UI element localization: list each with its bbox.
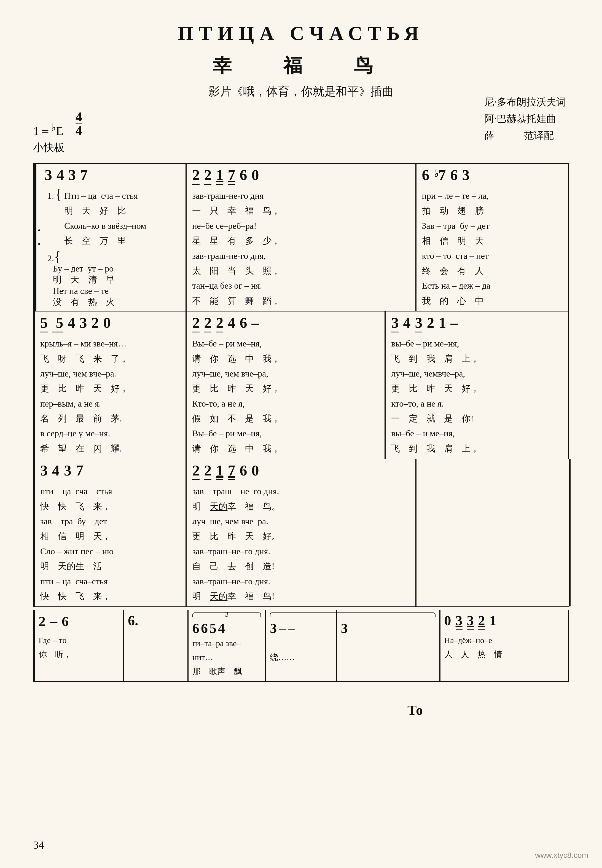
measure-4: 5 5 4 3 2 0 крыль–я – ми зве–ня… 飞 呀 飞 来… xyxy=(33,312,186,459)
n-0c: 0 xyxy=(251,462,259,479)
title-russian: ПТИЦА СЧАСТЬЯ xyxy=(33,22,569,45)
author-line3: 薛 范译配 xyxy=(484,128,566,144)
key-text: 1＝♭E xyxy=(33,124,63,138)
measure-bot-2: 6. xyxy=(123,610,188,681)
score-section-1: 3 4 3 7 1. { Пти – ца сча – стья 明 天 好 比… xyxy=(33,163,569,682)
measure-bot-6: 0 3 3 2 1 На–дёж–но–е 人 人 热 情 xyxy=(440,610,569,681)
n-dash-b: – xyxy=(450,314,458,331)
author-line1: 尼·多布朗拉沃夫词 xyxy=(484,94,566,111)
note-4: 4 xyxy=(57,166,64,184)
notes-m7: 3 4 3 7 xyxy=(40,462,180,482)
lyrics-m7: пти – ца сча – стья 快 快 飞 来， зав – тра б… xyxy=(40,484,180,604)
notes-m1: 3 4 3 7 xyxy=(45,166,183,187)
n-2e: 2 xyxy=(216,314,223,332)
lyrics-bot3: ги–та–ра зве–нит… 那 歌声 飘 xyxy=(192,636,261,678)
n-2c: 2 xyxy=(192,314,200,332)
n-6d: 6 xyxy=(240,314,247,331)
n-4b: 4 xyxy=(228,314,235,331)
page-number: 34 xyxy=(33,839,44,851)
notes-m4: 5 5 4 3 2 0 xyxy=(40,314,180,335)
lyrics-m8: зав – траш – не–го дня. 明 天的幸 福 鸟。 луч–ш… xyxy=(192,484,410,604)
notes-bot5: 3 xyxy=(341,613,436,636)
n-3d: 3 xyxy=(80,314,87,331)
measure-bot-5: 3 xyxy=(336,610,440,681)
lyrics-m4: крыль–я – ми зве–ня… 飞 呀 飞 来 了， луч–ше, … xyxy=(40,336,180,456)
notes-bot2: 6. xyxy=(128,613,184,633)
notes-m3: 6 ♭7 6 3 xyxy=(422,166,563,187)
notes-m8: 2 2 1 7 6 0 xyxy=(192,462,410,482)
note-1: 1 xyxy=(216,166,223,185)
notes-bot6: 0 3 3 2 1 xyxy=(444,613,564,633)
notes-bot1: 2 – 6 xyxy=(38,613,119,633)
notes-m6: 3 4 3 2 1 – xyxy=(391,314,563,335)
note-6b: 6 xyxy=(422,166,430,184)
n-5a: 5 xyxy=(40,314,48,332)
notes-empty xyxy=(422,462,563,482)
n-2d: 2 xyxy=(204,314,211,332)
note-flat7: ♭7 xyxy=(434,166,446,184)
note-7: 7 xyxy=(80,166,88,184)
n-3f: 3 xyxy=(415,314,422,332)
n-2f: 2 xyxy=(427,314,434,331)
note-3c: 3 xyxy=(462,166,470,184)
measure-7: 3 4 3 7 пти – ца сча – стья 快 快 飞 来， зав… xyxy=(33,459,186,607)
note-3b: 3 xyxy=(68,166,76,184)
n-4c: 4 xyxy=(403,314,410,331)
page: ПТИЦА СЧАСТЬЯ 幸 福 鸟 影片《哦，体育，你就是和平》插曲 尼·多… xyxy=(0,0,602,868)
n-dash-a: – xyxy=(251,314,259,331)
score-row-1: 3 4 3 7 1. { Пти – ца сча – стья 明 天 好 比… xyxy=(33,163,569,312)
measure-1: 3 4 3 7 1. { Пти – ца сча – стья 明 天 好 比… xyxy=(33,164,186,311)
note-2a: 2 xyxy=(192,166,200,185)
notes-m2: 2 2 1 7 6 0 xyxy=(192,166,410,187)
lyrics-m3: при – ле – те – ла, 拍 动 翅 膀 Зав – тра бу… xyxy=(422,188,563,308)
measure-5: 2 2 2 4 6 – Вы–бе – ри ме–ня, 请 你 选 中 我，… xyxy=(186,312,385,459)
lyrics-m1: 1. { Пти – ца сча – стья 明 天 好 比 Сколь–к… xyxy=(45,188,183,308)
measure-bot-3: 3 6 6 5 4 ги–та–ра зве–нит… 那 歌声 飘 xyxy=(188,610,266,681)
measure-bot-4: 3 – – 绕…… xyxy=(266,610,336,681)
n-4: 4 xyxy=(68,314,75,331)
n-7b: 7 xyxy=(76,462,83,479)
measure-3: 6 ♭7 6 3 при – ле – те – ла, 拍 动 翅 膀 Зав… xyxy=(416,164,569,311)
slur-arc-right xyxy=(335,613,436,617)
author-block: 尼·多布朗拉沃夫词 阿·巴赫慕托娃曲 薛 范译配 xyxy=(484,94,566,144)
n-3h: 3 xyxy=(64,462,71,479)
lyrics-m6: вы–бе – ри ме–ня, 飞 到 我 肩 上， луч–ше, чем… xyxy=(391,336,563,456)
author-line2: 阿·巴赫慕托娃曲 xyxy=(484,111,566,128)
note-0a: 0 xyxy=(251,166,259,184)
n-1c: 1 xyxy=(216,462,223,480)
lyrics-m5: Вы–бе – ри ме–ня, 请 你 选 中 我， луч–ше, чем… xyxy=(192,336,379,456)
n-5b: 5 xyxy=(52,314,63,332)
notes-m5: 2 2 2 4 6 – xyxy=(192,314,379,335)
n-0b: 0 xyxy=(103,314,111,331)
notes-bot4: 3 – – xyxy=(270,613,332,636)
score-row-4: 2 – 6 Где – то 你 听， 6. xyxy=(33,610,569,682)
note-6a: 6 xyxy=(240,166,247,184)
measure-2: 2 2 1 7 6 0 зав-траш-не-го дня 一 只 幸 福 鸟… xyxy=(186,164,416,311)
triplet-3-label: 3 xyxy=(225,610,229,619)
measure-6: 3 4 3 2 1 – вы–бе – ри ме–ня, 飞 到 我 肩 上，… xyxy=(385,312,569,459)
title-chinese: 幸 福 鸟 xyxy=(33,53,569,78)
n-2h: 2 xyxy=(204,462,211,480)
n-3e: 3 xyxy=(391,314,399,332)
n-6e: 6 xyxy=(240,462,247,479)
n-2g: 2 xyxy=(192,462,200,480)
score-row-2: 5 5 4 3 2 0 крыль–я – ми зве–ня… 飞 呀 飞 来… xyxy=(33,312,569,459)
lyrics-bot5 xyxy=(341,636,436,650)
lyrics-bot6: На–дёж–но–е 人 人 热 情 xyxy=(444,633,564,661)
lyrics-bot2 xyxy=(128,633,184,647)
time-signature: 4 4 xyxy=(75,123,82,138)
slur-arc-left xyxy=(270,613,343,617)
measure-8: 2 2 1 7 6 0 зав – траш – не–го дня. 明 天的… xyxy=(186,459,416,607)
n-7c: 7 xyxy=(228,462,235,480)
lyrics-bot4: 绕…… xyxy=(270,636,332,664)
watermark: www.xtyc8.com xyxy=(535,851,588,860)
note-3: 3 xyxy=(45,166,52,184)
note-7u: 7 xyxy=(228,166,235,185)
measure-9-empty xyxy=(416,459,569,607)
to-label: То xyxy=(407,702,423,718)
lyrics-m2: зав-траш-не-го дня 一 只 幸 福 鸟， не–бе се–р… xyxy=(192,188,410,308)
score-row-3: 3 4 3 7 пти – ца сча – стья 快 快 飞 来， зав… xyxy=(33,459,569,607)
note-2b: 2 xyxy=(204,166,211,185)
notes-bot3: 3 6 6 5 4 xyxy=(192,613,261,636)
n-4d: 4 xyxy=(52,462,60,479)
